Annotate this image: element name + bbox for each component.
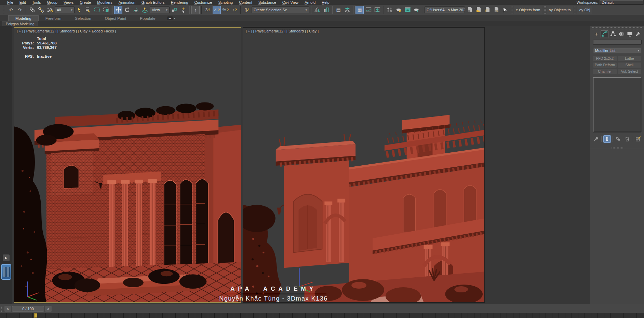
menu-modifiers[interactable]: Modifiers [94, 0, 116, 5]
scene-script-folder-icon[interactable] [474, 6, 483, 14]
toolbar-drag-handle[interactable] [544, 6, 546, 14]
use-pivot-center-icon[interactable] [170, 6, 178, 14]
rectangular-selection-icon[interactable] [93, 6, 101, 14]
material-editor-icon[interactable] [386, 6, 394, 14]
select-scale-icon[interactable] [132, 6, 140, 14]
menu-scripting[interactable]: Scripting [215, 0, 236, 5]
select-rotate-icon[interactable] [123, 6, 131, 14]
current-frame-marker[interactable] [34, 313, 37, 318]
scene-script-hierarchy-icon[interactable] [483, 6, 492, 14]
show-end-result-icon[interactable] [603, 135, 611, 143]
select-object-icon[interactable] [75, 6, 83, 14]
bind-to-spacewarp-icon[interactable] [46, 6, 54, 14]
menu-create[interactable]: Create [77, 0, 94, 5]
menu-animation[interactable]: Animation [116, 0, 138, 5]
select-move-icon[interactable] [114, 6, 122, 14]
modifier-button-path-deform[interactable]: Path Deform [593, 63, 617, 68]
menu-substance[interactable]: Substance [255, 0, 279, 5]
motion-tab-icon[interactable] [617, 30, 625, 38]
select-and-link-icon[interactable] [28, 6, 36, 14]
project-folder-dropdown[interactable]: C:\Users\A...s Max 2022▾ [425, 6, 465, 13]
modifier-button-shell[interactable]: Shell [618, 63, 641, 68]
viewport-right[interactable]: [ + ] [ PhysCamera012 ] [ Standard ] [ C… [243, 27, 485, 303]
menu-tools[interactable]: Tools [29, 0, 44, 5]
coord-system-dropdown[interactable]: View▾ [150, 6, 170, 13]
align-icon[interactable] [322, 6, 330, 14]
select-and-manipulate-icon[interactable] [179, 6, 187, 14]
remove-modifier-icon[interactable] [623, 135, 631, 143]
workspaces-dropdown[interactable]: Default [600, 0, 643, 5]
menu-help[interactable]: Help [319, 0, 333, 5]
scene-script-settings-icon[interactable] [492, 6, 500, 14]
ribbon-toggle-icon[interactable]: ▦ [355, 6, 364, 14]
modifier-button-vol-select[interactable]: Vol. Select [618, 69, 641, 74]
pin-stack-icon[interactable] [592, 135, 600, 143]
modifier-button-chamfer[interactable]: Chamfer [593, 69, 617, 74]
toolbar-drag-handle[interactable] [574, 6, 576, 14]
schematic-view-icon[interactable] [373, 6, 381, 14]
configure-modifier-sets-icon[interactable] [635, 135, 642, 143]
utilities-tab-icon[interactable] [634, 30, 642, 38]
edit-named-selection-sets-icon[interactable]: {} [243, 6, 251, 14]
viewport-left[interactable]: [ + ] [ PhysCamera012 ] [ Standard ] [ C… [14, 27, 241, 303]
scene-script-gear-icon[interactable] [466, 6, 474, 14]
angle-snap-icon[interactable]: ∠? [213, 6, 221, 14]
menu-file[interactable]: File [4, 0, 16, 5]
named-selection-set-dropdown[interactable]: Create Selection Se▾ [252, 6, 309, 13]
time-slider[interactable]: 0 / 100 [12, 306, 44, 312]
viewport-label-left[interactable]: [ + ] [ PhysCamera012 ] [ Standard ] [ C… [17, 29, 116, 33]
ribbon-config-button[interactable]: ▬ ▾ [167, 16, 177, 20]
spinner-snap-icon[interactable]: ↕? [230, 6, 239, 14]
selection-filter-dropdown[interactable]: All▾ [55, 6, 75, 13]
window-crossing-icon[interactable] [102, 6, 110, 14]
panel-drag-handle[interactable] [592, 27, 643, 29]
menu-arnold[interactable]: Arnold [301, 0, 319, 5]
menu-content[interactable]: Content [236, 0, 255, 5]
menu-views[interactable]: Views [61, 0, 77, 5]
custom-toolbar-button-2[interactable]: oy Objects to [547, 6, 573, 14]
modifier-list-dropdown[interactable]: Modifier List ▾ [593, 48, 641, 53]
snaps-toggle-icon[interactable]: 3? [204, 6, 212, 14]
selection-arrow-icon[interactable] [501, 6, 509, 14]
ribbon-tab-populate[interactable]: Populate [133, 15, 162, 21]
ribbon-tab-freeform[interactable]: Freeform [39, 15, 68, 21]
ribbon-tab-modeling[interactable]: Modeling [8, 15, 39, 21]
undo-button[interactable]: ↶ [7, 6, 15, 14]
menu-customize[interactable]: Customize [191, 0, 215, 5]
percent-snap-icon[interactable]: %? [222, 6, 230, 14]
keyboard-override-icon[interactable]: ↑ [191, 6, 200, 14]
select-and-place-icon[interactable] [141, 6, 149, 14]
modifier-stack-list[interactable] [593, 78, 641, 132]
menu-rendering[interactable]: Rendering [168, 0, 191, 5]
layer-explorer-icon[interactable] [343, 6, 351, 14]
select-by-name-icon[interactable] [84, 6, 92, 14]
next-frame-button[interactable]: > [45, 306, 52, 312]
toolbar-drag-handle[interactable] [511, 6, 512, 14]
menu-group[interactable]: Group [44, 0, 61, 5]
render-icon[interactable] [412, 6, 420, 14]
redo-button[interactable]: ↷ [16, 6, 24, 14]
custom-toolbar-button-1[interactable]: e Objects from [514, 6, 542, 14]
ribbon-panel-polygon-modeling[interactable]: Polygon Modeling [2, 21, 38, 26]
modifier-button-ffd[interactable]: FFD 2x2x2 [593, 56, 617, 61]
rendered-frame-window-icon[interactable] [403, 6, 412, 14]
modify-tab-icon[interactable] [601, 30, 608, 38]
track-bar[interactable] [0, 313, 644, 318]
object-name-field[interactable] [593, 40, 642, 45]
scene-explorer-icon[interactable]: ▤ [334, 6, 343, 14]
curve-editor-icon[interactable] [364, 6, 373, 14]
panel-splitter[interactable] [590, 148, 644, 148]
ribbon-tab-object-paint[interactable]: Object Paint [98, 15, 133, 21]
previous-frame-button[interactable]: < [4, 306, 11, 312]
hierarchy-tab-icon[interactable] [609, 30, 617, 38]
display-tab-icon[interactable] [626, 30, 634, 38]
menu-graph-editors[interactable]: Graph Editors [138, 0, 168, 5]
expand-tray-button[interactable]: ▶ [3, 254, 10, 261]
viewport-layout-tab-button[interactable] [1, 264, 11, 280]
make-unique-icon[interactable] [615, 135, 622, 143]
create-tab-icon[interactable]: + [592, 30, 600, 38]
ribbon-tab-selection[interactable]: Selection [68, 15, 98, 21]
menu-civil-view[interactable]: Civil View [279, 0, 301, 5]
unlink-selection-icon[interactable] [37, 6, 45, 14]
menu-edit[interactable]: Edit [16, 0, 29, 5]
